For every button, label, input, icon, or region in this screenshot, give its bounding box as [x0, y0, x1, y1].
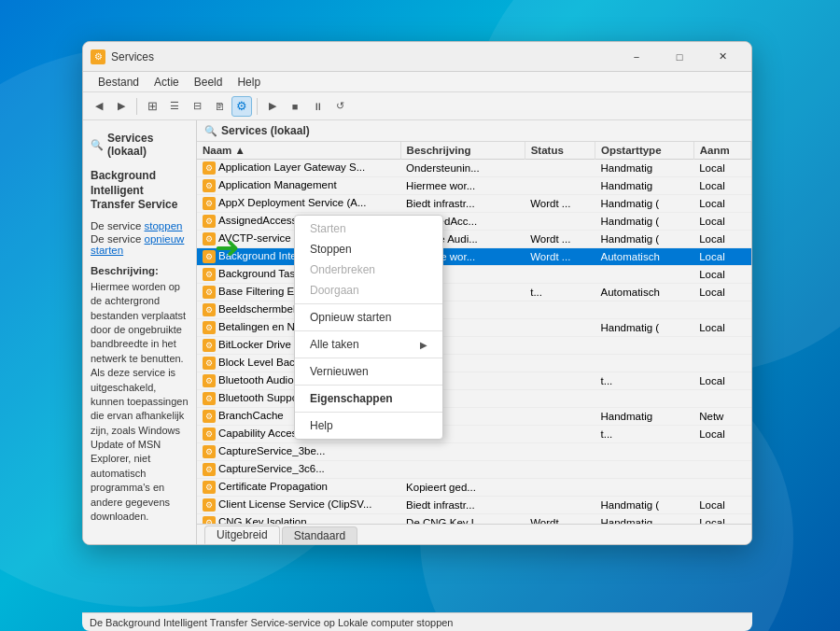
table-row[interactable]: ⚙CaptureService_3c6... — [197, 461, 751, 479]
table-row[interactable]: ⚙Background Intelligent Tran...Hiermee w… — [197, 248, 751, 266]
service-icon: ⚙ — [203, 303, 216, 316]
table-row[interactable]: ⚙Application ManagementHiermee wor...Han… — [197, 177, 751, 195]
stop-service-link[interactable]: stoppen — [145, 220, 183, 231]
cell-startup — [595, 266, 694, 284]
green-arrow: ➜ — [215, 230, 240, 265]
toolbar-btn-4[interactable]: 🖹 — [209, 96, 230, 117]
statusbar: De Background Intelligent Transfer Servi… — [82, 612, 752, 631]
table-row[interactable]: ⚙AVCTP-serviceDit is de Audi...Wordt ...… — [197, 231, 751, 248]
sidebar-header: 🔍 Services (lokaal) — [83, 128, 196, 161]
table-row[interactable]: ⚙Bluetooth Support ... — [197, 390, 751, 408]
cell-status: Wordt ... — [525, 248, 595, 266]
toolbar-btn-3[interactable]: ⊟ — [187, 96, 207, 117]
table-row[interactable]: ⚙Base Filtering Eng...t...AutomatischLoc… — [197, 284, 751, 301]
service-icon: ⚙ — [203, 392, 216, 405]
cell-logon: Local — [693, 177, 750, 195]
services-table: Naam ▲ Beschrijving Status Opstarttype A… — [197, 142, 751, 524]
cell-status — [525, 301, 595, 319]
table-row[interactable]: ⚙CaptureService_3be... — [197, 443, 751, 461]
cell-startup — [595, 443, 694, 461]
cell-status — [525, 461, 595, 479]
menubar: Bestand Actie Beeld Help — [83, 72, 751, 92]
restart-button[interactable]: ↺ — [329, 96, 350, 117]
table-row[interactable]: ⚙Certificate PropagationKopieert ged... — [197, 479, 751, 497]
menu-actie[interactable]: Actie — [147, 74, 187, 91]
toolbar-btn-1[interactable]: ⊞ — [142, 96, 162, 117]
play-button[interactable]: ▶ — [262, 96, 283, 117]
toolbar: ◀ ▶ ⊞ ☰ ⊟ 🖹 ⚙ ▶ ■ ⏸ ↺ — [83, 92, 751, 120]
back-button[interactable]: ◀ — [89, 96, 109, 117]
cell-logon: Local — [693, 514, 750, 525]
titlebar-buttons: − □ ✕ — [615, 42, 744, 72]
tab-uitgebreid[interactable]: Uitgebreid — [204, 526, 280, 544]
context-menu-separator — [295, 385, 442, 386]
context-menu-item[interactable]: Eigenschappen — [295, 388, 442, 409]
table-row[interactable]: ⚙Bluetooth Audio Gr...t...Local — [197, 372, 751, 390]
menu-help[interactable]: Help — [230, 74, 268, 91]
toolbar-btn-5[interactable]: ⚙ — [231, 96, 252, 117]
service-icon: ⚙ — [203, 215, 216, 228]
service-icon: ⚙ — [203, 250, 216, 263]
minimize-button[interactable]: − — [615, 42, 658, 72]
service-icon: ⚙ — [203, 286, 216, 299]
context-menu-item-label: Starten — [310, 222, 346, 235]
cell-status: Wordt ... — [525, 514, 595, 525]
cell-startup: Handmatig — [595, 160, 694, 177]
toolbar-btn-2[interactable]: ☰ — [164, 96, 185, 117]
context-menu-separator — [295, 358, 442, 358]
window-title: Services — [111, 50, 615, 63]
service-icon: ⚙ — [203, 321, 216, 334]
col-opstarttype[interactable]: Opstarttype — [595, 142, 694, 160]
cell-startup — [595, 461, 694, 479]
sidebar-title: Services (lokaal) — [107, 132, 189, 158]
maximize-button[interactable]: □ — [658, 42, 701, 72]
table-row[interactable]: ⚙BitLocker Drive Enc... — [197, 337, 751, 355]
context-menu-item[interactable]: Opnieuw starten — [295, 307, 442, 328]
cell-logon: Local — [693, 248, 750, 266]
table-row[interactable]: ⚙Block Level Backup... — [197, 355, 751, 372]
col-status[interactable]: Status — [525, 142, 595, 160]
services-table-container[interactable]: Naam ▲ Beschrijving Status Opstarttype A… — [197, 142, 751, 524]
cell-status — [525, 355, 595, 372]
service-icon: ⚙ — [203, 481, 216, 494]
context-menu-item[interactable]: Help — [295, 415, 442, 436]
close-button[interactable]: ✕ — [701, 42, 744, 72]
cell-startup: Handmatig — [595, 408, 694, 426]
toolbar-separator-1 — [136, 98, 137, 115]
cell-logon: Local — [693, 497, 750, 514]
service-icon: ⚙ — [203, 357, 216, 370]
cell-logon — [693, 479, 750, 497]
menu-beeld[interactable]: Beeld — [187, 74, 231, 91]
service-icon: ⚙ — [203, 179, 216, 192]
tab-standaard[interactable]: Standaard — [282, 526, 357, 544]
table-row[interactable]: ⚙AppX Deployment Service (A...Biedt infr… — [197, 195, 751, 213]
pause-button[interactable]: ⏸ — [307, 96, 328, 117]
cell-startup: Handmatig ( — [595, 195, 694, 213]
stop-button[interactable]: ■ — [285, 96, 305, 117]
table-row[interactable]: ⚙CNG Key IsolationDe CNG Key L...Wordt .… — [197, 514, 751, 525]
table-row[interactable]: ⚙Capability Access M...t...Local — [197, 426, 751, 443]
table-row[interactable]: ⚙Betalingen en NFC,...Handmatig (Local — [197, 319, 751, 337]
table-row[interactable]: ⚙AssignedAccessManager-ser...AssignedAcc… — [197, 213, 751, 231]
cell-logon — [693, 461, 750, 479]
restart-service-line: De service opnieuw starten — [91, 233, 189, 256]
context-menu-item: Onderbreken — [295, 259, 442, 280]
service-icon: ⚙ — [203, 232, 216, 245]
context-menu-item[interactable]: Vernieuwen — [295, 361, 442, 382]
cell-startup: t... — [595, 426, 694, 443]
table-row[interactable]: ⚙BranchCacheHandmatigNetw — [197, 408, 751, 426]
forward-button[interactable]: ▶ — [111, 96, 132, 117]
app-icon: ⚙ — [91, 49, 105, 64]
col-aanmelding[interactable]: Aanm — [693, 142, 750, 160]
table-row[interactable]: ⚙Application Layer Gateway S...Ondersteu… — [197, 160, 751, 177]
context-menu-item[interactable]: Alle taken▶ — [295, 334, 442, 355]
table-row[interactable]: ⚙Background Tasks I...Local — [197, 266, 751, 284]
context-menu-item[interactable]: Stoppen — [295, 239, 442, 259]
table-row[interactable]: ⚙Client License Service (ClipSV...Biedt … — [197, 497, 751, 514]
cell-logon — [693, 443, 750, 461]
menu-bestand[interactable]: Bestand — [91, 74, 147, 91]
col-naam[interactable]: Naam ▲ — [197, 142, 400, 160]
table-row[interactable]: ⚙Beeldschermbeleidi... — [197, 301, 751, 319]
restart-service-link[interactable]: opnieuw starten — [91, 233, 184, 256]
col-beschrijving[interactable]: Beschrijving — [400, 142, 525, 160]
